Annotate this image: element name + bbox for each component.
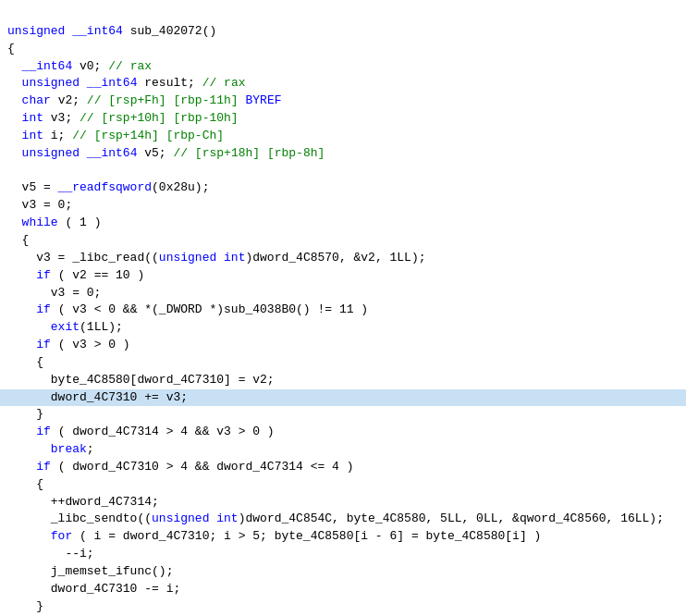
code-line-content: for ( i = dword_4C7310; i > 5; byte_4C85… (0, 528, 686, 546)
code-line: __int64 v0; // rax (0, 58, 686, 76)
code-line: v5 = __readfsqword(0x28u); (0, 179, 686, 197)
code-line-content: v3 = _libc_read((unsigned int)dword_4C85… (0, 250, 686, 267)
code-line-content: j_memset_ifunc(); (0, 563, 686, 581)
code-line: byte_4C8580[dword_4C7310] = v2; (0, 372, 686, 389)
code-line-content: { (0, 232, 686, 250)
code-line: --i; (0, 546, 686, 563)
code-line-content: unsigned __int64 sub_402072() (0, 23, 686, 41)
code-view: unsigned __int64 sub_402072(){ __int64 v… (0, 4, 686, 616)
code-line-content: unsigned __int64 result; // rax (0, 75, 686, 92)
code-line-content: while ( 1 ) (0, 215, 686, 232)
code-line: j_memset_ifunc(); (0, 563, 686, 581)
code-line-content: v5 = __readfsqword(0x28u); (0, 179, 686, 197)
code-line: ++dword_4C7314; (0, 494, 686, 511)
code-line: dword_4C7310 -= i; (0, 581, 686, 598)
code-line-content: if ( dword_4C7310 > 4 && dword_4C7314 <=… (0, 459, 686, 476)
code-line: v3 = _libc_read((unsigned int)dword_4C85… (0, 250, 686, 267)
code-line-content (0, 163, 686, 180)
code-line-content: --i; (0, 546, 686, 563)
code-line: if ( dword_4C7310 > 4 && dword_4C7314 <=… (0, 459, 686, 476)
code-line: break; (0, 441, 686, 459)
code-line: exit(1LL); (0, 319, 686, 337)
code-line: v3 = 0; (0, 285, 686, 302)
code-line-content: } (0, 406, 686, 424)
code-line-content: if ( v2 == 10 ) (0, 267, 686, 285)
code-line: { (0, 232, 686, 250)
code-line-content: unsigned __int64 v5; // [rsp+18h] [rbp-8… (0, 145, 686, 163)
code-line-content: { (0, 41, 686, 58)
code-line-content: if ( dword_4C7314 > 4 && v3 > 0 ) (0, 424, 686, 441)
code-line-content: char v2; // [rsp+Fh] [rbp-11h] BYREF (0, 92, 686, 110)
code-line-content: break; (0, 441, 686, 459)
code-line-content: dword_4C7310 += v3; (0, 389, 686, 407)
code-line: unsigned __int64 v5; // [rsp+18h] [rbp-8… (0, 145, 686, 163)
code-line: unsigned __int64 result; // rax (0, 75, 686, 92)
code-line-content: v3 = 0; (0, 285, 686, 302)
code-line-content: int i; // [rsp+14h] [rbp-Ch] (0, 128, 686, 145)
code-line-content: dword_4C7310 -= i; (0, 581, 686, 598)
code-line-content: ++dword_4C7314; (0, 494, 686, 511)
code-line (0, 163, 686, 180)
code-line: if ( dword_4C7314 > 4 && v3 > 0 ) (0, 424, 686, 441)
code-line-content: if ( v3 > 0 ) (0, 337, 686, 354)
code-line: int v3; // [rsp+10h] [rbp-10h] (0, 110, 686, 128)
code-line-content: v3 = 0; (0, 197, 686, 215)
code-line-content: if ( v3 < 0 && *(_DWORD *)sub_4038B0() !… (0, 302, 686, 319)
code-line-content: } (0, 598, 686, 616)
code-line: int i; // [rsp+14h] [rbp-Ch] (0, 128, 686, 145)
code-line: char v2; // [rsp+Fh] [rbp-11h] BYREF (0, 92, 686, 110)
code-line: while ( 1 ) (0, 215, 686, 232)
code-line: _libc_sendto((unsigned int)dword_4C854C,… (0, 511, 686, 528)
code-line: dword_4C7310 += v3; (0, 389, 686, 407)
code-line: unsigned __int64 sub_402072() (0, 23, 686, 41)
code-line: } (0, 598, 686, 616)
code-line-content: { (0, 476, 686, 494)
code-line: if ( v2 == 10 ) (0, 267, 686, 285)
code-line: { (0, 354, 686, 372)
code-line: if ( v3 < 0 && *(_DWORD *)sub_4038B0() !… (0, 302, 686, 319)
code-line-content: byte_4C8580[dword_4C7310] = v2; (0, 372, 686, 389)
code-line-content: __int64 v0; // rax (0, 58, 686, 76)
code-line: } (0, 406, 686, 424)
code-line: if ( v3 > 0 ) (0, 337, 686, 354)
code-line-content: int v3; // [rsp+10h] [rbp-10h] (0, 110, 686, 128)
code-line-content: exit(1LL); (0, 319, 686, 337)
code-line-content: { (0, 354, 686, 372)
code-line: { (0, 476, 686, 494)
code-line-content: _libc_sendto((unsigned int)dword_4C854C,… (0, 511, 686, 528)
code-line: { (0, 41, 686, 58)
code-line: v3 = 0; (0, 197, 686, 215)
code-line: for ( i = dword_4C7310; i > 5; byte_4C85… (0, 528, 686, 546)
